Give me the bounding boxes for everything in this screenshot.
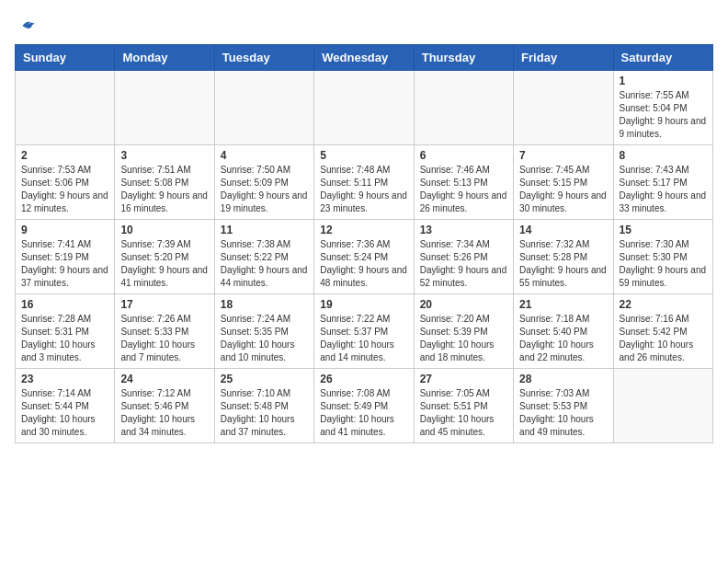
logo xyxy=(15,15,39,33)
calendar-day-cell: 22Sunrise: 7:16 AMSunset: 5:42 PMDayligh… xyxy=(613,294,712,369)
day-info: Sunrise: 7:43 AMSunset: 5:17 PMDaylight:… xyxy=(620,164,707,215)
day-info: Sunrise: 7:08 AMSunset: 5:49 PMDaylight:… xyxy=(320,387,407,439)
day-number: 25 xyxy=(221,373,308,385)
day-info: Sunrise: 7:12 AMSunset: 5:46 PMDaylight:… xyxy=(120,387,208,439)
calendar-header-monday: Monday xyxy=(115,45,214,71)
day-info: Sunrise: 7:41 AMSunset: 5:19 PMDaylight:… xyxy=(21,238,108,290)
day-number: 11 xyxy=(221,224,308,236)
calendar-header-row: SundayMondayTuesdayWednesdayThursdayFrid… xyxy=(16,45,713,71)
day-number: 20 xyxy=(420,298,507,311)
calendar-day-cell: 13Sunrise: 7:34 AMSunset: 5:26 PMDayligh… xyxy=(414,220,513,294)
day-info: Sunrise: 7:53 AMSunset: 5:06 PMDaylight:… xyxy=(21,164,108,215)
calendar-day-cell: 8Sunrise: 7:43 AMSunset: 5:17 PMDaylight… xyxy=(613,145,712,220)
day-number: 15 xyxy=(620,224,707,236)
day-info: Sunrise: 7:39 AMSunset: 5:20 PMDaylight:… xyxy=(120,238,208,290)
calendar-day-cell: 2Sunrise: 7:53 AMSunset: 5:06 PMDaylight… xyxy=(16,145,115,220)
day-number: 18 xyxy=(221,298,308,311)
day-number: 26 xyxy=(320,373,407,385)
calendar-day-cell: 1Sunrise: 7:55 AMSunset: 5:04 PMDaylight… xyxy=(613,71,712,145)
day-number: 6 xyxy=(420,149,507,162)
day-info: Sunrise: 7:55 AMSunset: 5:04 PMDaylight:… xyxy=(620,89,707,141)
calendar-day-cell xyxy=(514,71,613,145)
day-info: Sunrise: 7:24 AMSunset: 5:35 PMDaylight:… xyxy=(221,313,308,364)
day-info: Sunrise: 7:22 AMSunset: 5:37 PMDaylight:… xyxy=(320,313,407,364)
day-info: Sunrise: 7:45 AMSunset: 5:15 PMDaylight:… xyxy=(519,164,607,215)
day-number: 14 xyxy=(519,224,607,236)
calendar-day-cell: 3Sunrise: 7:51 AMSunset: 5:08 PMDaylight… xyxy=(115,145,214,220)
day-info: Sunrise: 7:48 AMSunset: 5:11 PMDaylight:… xyxy=(320,164,407,215)
day-info: Sunrise: 7:03 AMSunset: 5:53 PMDaylight:… xyxy=(519,387,607,439)
calendar-day-cell: 28Sunrise: 7:03 AMSunset: 5:53 PMDayligh… xyxy=(514,369,613,443)
calendar-day-cell: 7Sunrise: 7:45 AMSunset: 5:15 PMDaylight… xyxy=(514,145,613,220)
day-info: Sunrise: 7:26 AMSunset: 5:33 PMDaylight:… xyxy=(120,313,208,364)
calendar-day-cell: 26Sunrise: 7:08 AMSunset: 5:49 PMDayligh… xyxy=(314,369,414,443)
calendar-day-cell: 17Sunrise: 7:26 AMSunset: 5:33 PMDayligh… xyxy=(115,294,214,369)
calendar-day-cell: 10Sunrise: 7:39 AMSunset: 5:20 PMDayligh… xyxy=(115,220,214,294)
day-number: 21 xyxy=(519,298,607,311)
day-number: 2 xyxy=(21,149,108,162)
calendar-day-cell xyxy=(16,71,115,145)
calendar-day-cell: 19Sunrise: 7:22 AMSunset: 5:37 PMDayligh… xyxy=(314,294,414,369)
day-number: 27 xyxy=(420,373,507,385)
day-number: 12 xyxy=(320,224,407,236)
day-number: 24 xyxy=(120,373,208,385)
day-info: Sunrise: 7:34 AMSunset: 5:26 PMDaylight:… xyxy=(420,238,507,290)
calendar-header-thursday: Thursday xyxy=(414,45,513,71)
calendar-day-cell: 15Sunrise: 7:30 AMSunset: 5:30 PMDayligh… xyxy=(613,220,712,294)
calendar-day-cell xyxy=(115,71,214,145)
day-info: Sunrise: 7:36 AMSunset: 5:24 PMDaylight:… xyxy=(320,238,407,290)
calendar-day-cell: 24Sunrise: 7:12 AMSunset: 5:46 PMDayligh… xyxy=(115,369,214,443)
day-number: 22 xyxy=(620,298,707,311)
calendar-header-saturday: Saturday xyxy=(613,45,712,71)
header xyxy=(15,15,713,33)
calendar-day-cell: 27Sunrise: 7:05 AMSunset: 5:51 PMDayligh… xyxy=(414,369,513,443)
calendar-table: SundayMondayTuesdayWednesdayThursdayFrid… xyxy=(15,44,713,443)
calendar-day-cell: 14Sunrise: 7:32 AMSunset: 5:28 PMDayligh… xyxy=(514,220,613,294)
day-number: 8 xyxy=(620,149,707,162)
calendar-day-cell: 6Sunrise: 7:46 AMSunset: 5:13 PMDaylight… xyxy=(414,145,513,220)
day-number: 7 xyxy=(519,149,607,162)
calendar-day-cell: 16Sunrise: 7:28 AMSunset: 5:31 PMDayligh… xyxy=(16,294,115,369)
calendar-day-cell xyxy=(414,71,513,145)
day-info: Sunrise: 7:20 AMSunset: 5:39 PMDaylight:… xyxy=(420,313,507,364)
day-info: Sunrise: 7:28 AMSunset: 5:31 PMDaylight:… xyxy=(21,313,108,364)
calendar-day-cell: 23Sunrise: 7:14 AMSunset: 5:44 PMDayligh… xyxy=(16,369,115,443)
day-number: 13 xyxy=(420,224,507,236)
day-info: Sunrise: 7:05 AMSunset: 5:51 PMDaylight:… xyxy=(420,387,507,439)
calendar-day-cell: 9Sunrise: 7:41 AMSunset: 5:19 PMDaylight… xyxy=(16,220,115,294)
day-info: Sunrise: 7:30 AMSunset: 5:30 PMDaylight:… xyxy=(620,238,707,290)
calendar-week-row: 1Sunrise: 7:55 AMSunset: 5:04 PMDaylight… xyxy=(16,71,713,145)
calendar-header-wednesday: Wednesday xyxy=(314,45,414,71)
day-number: 5 xyxy=(320,149,407,162)
day-info: Sunrise: 7:32 AMSunset: 5:28 PMDaylight:… xyxy=(519,238,607,290)
calendar-day-cell xyxy=(214,71,313,145)
calendar-day-cell xyxy=(613,369,712,443)
calendar-week-row: 9Sunrise: 7:41 AMSunset: 5:19 PMDaylight… xyxy=(16,220,713,294)
day-number: 28 xyxy=(519,373,607,385)
day-number: 10 xyxy=(120,224,208,236)
day-info: Sunrise: 7:10 AMSunset: 5:48 PMDaylight:… xyxy=(221,387,308,439)
calendar-day-cell: 20Sunrise: 7:20 AMSunset: 5:39 PMDayligh… xyxy=(414,294,513,369)
day-info: Sunrise: 7:38 AMSunset: 5:22 PMDaylight:… xyxy=(221,238,308,290)
day-number: 4 xyxy=(221,149,308,162)
logo-bird-icon xyxy=(17,15,39,37)
calendar-day-cell: 11Sunrise: 7:38 AMSunset: 5:22 PMDayligh… xyxy=(214,220,313,294)
calendar-day-cell: 12Sunrise: 7:36 AMSunset: 5:24 PMDayligh… xyxy=(314,220,414,294)
calendar-day-cell xyxy=(314,71,414,145)
calendar-week-row: 23Sunrise: 7:14 AMSunset: 5:44 PMDayligh… xyxy=(16,369,713,443)
day-number: 1 xyxy=(620,75,707,87)
calendar-week-row: 16Sunrise: 7:28 AMSunset: 5:31 PMDayligh… xyxy=(16,294,713,369)
day-number: 3 xyxy=(120,149,208,162)
calendar-day-cell: 5Sunrise: 7:48 AMSunset: 5:11 PMDaylight… xyxy=(314,145,414,220)
calendar-header-tuesday: Tuesday xyxy=(214,45,313,71)
day-number: 16 xyxy=(21,298,108,311)
calendar-day-cell: 18Sunrise: 7:24 AMSunset: 5:35 PMDayligh… xyxy=(214,294,313,369)
day-number: 19 xyxy=(320,298,407,311)
day-info: Sunrise: 7:46 AMSunset: 5:13 PMDaylight:… xyxy=(420,164,507,215)
calendar-week-row: 2Sunrise: 7:53 AMSunset: 5:06 PMDaylight… xyxy=(16,145,713,220)
calendar-day-cell: 4Sunrise: 7:50 AMSunset: 5:09 PMDaylight… xyxy=(214,145,313,220)
day-number: 9 xyxy=(21,224,108,236)
day-info: Sunrise: 7:18 AMSunset: 5:40 PMDaylight:… xyxy=(519,313,607,364)
day-number: 23 xyxy=(21,373,108,385)
calendar-header-sunday: Sunday xyxy=(16,45,115,71)
